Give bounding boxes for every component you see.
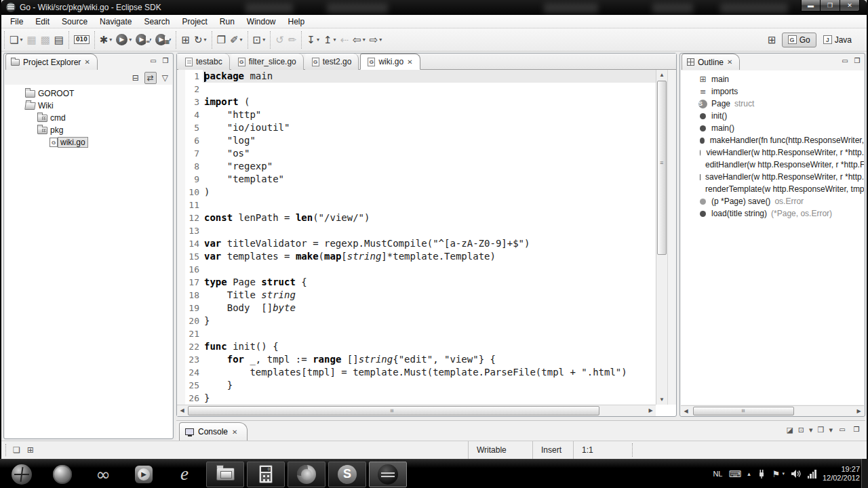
dropdown-icon[interactable]: ▾	[204, 37, 207, 43]
print-button[interactable]: ▤	[52, 33, 66, 47]
binary-file-button[interactable]: 010	[72, 34, 92, 45]
editor-area-icon[interactable]: ⊞	[27, 445, 34, 455]
dropdown-icon[interactable]: ▾	[809, 426, 813, 434]
outline-scrollbar-thumb[interactable]	[693, 407, 794, 415]
start-button[interactable]	[3, 462, 41, 487]
clock[interactable]: 19:27 12/02/2012	[823, 465, 860, 483]
menu-source[interactable]: Source	[56, 16, 94, 28]
power-plug-icon[interactable]	[757, 469, 766, 479]
menu-navigate[interactable]: Navigate	[94, 16, 138, 28]
internet-explorer-taskbar-button[interactable]: e	[165, 462, 203, 487]
horizontal-scrollbar[interactable]: ◀ ▶	[177, 405, 656, 416]
outline-item[interactable]: main()	[681, 122, 864, 134]
minimize-view-icon[interactable]: ▭	[837, 425, 847, 434]
menu-run[interactable]: Run	[214, 16, 241, 28]
open-resource-button[interactable]: ❐	[215, 33, 228, 47]
scroll-left-icon[interactable]: ◀	[177, 405, 187, 416]
tree-item-cmd[interactable]: cmd	[5, 112, 172, 124]
minimize-view-icon[interactable]: ▭	[149, 56, 158, 66]
code-line-3[interactable]: 3import (	[177, 96, 656, 108]
close-icon[interactable]: ✕	[727, 58, 732, 66]
code-line-6[interactable]: 6 "log"	[177, 134, 656, 147]
menu-window[interactable]: Window	[241, 16, 282, 28]
outline-item[interactable]: renderTemplate(w http.ResponseWriter, tm…	[681, 183, 864, 195]
code-line-4[interactable]: 4 "http"	[177, 108, 656, 121]
close-icon[interactable]: ✕	[407, 58, 412, 66]
code-line-25[interactable]: 25 }	[177, 379, 656, 392]
hidden-icons-chevron-icon[interactable]: ▴	[747, 470, 751, 477]
code-line-1[interactable]: 1package main	[177, 70, 656, 83]
code-line-16[interactable]: 16	[177, 263, 656, 276]
pin-console-button[interactable]: ◪	[786, 426, 793, 434]
menu-file[interactable]: File	[4, 16, 29, 28]
perspective-go-button[interactable]: GGo	[782, 33, 816, 47]
code-line-8[interactable]: 8 "regexp"	[177, 160, 656, 173]
refresh-button[interactable]: ↻▾	[192, 33, 209, 47]
code-line-17[interactable]: 17type Page struct {	[177, 276, 656, 289]
dropdown-icon[interactable]: ▾	[109, 37, 112, 43]
dropdown-icon[interactable]: ▾	[334, 37, 336, 43]
code-line-12[interactable]: 12const lenPath = len("/view/")	[177, 211, 656, 224]
display-selected-console-button[interactable]: ⊡	[798, 426, 804, 434]
menu-help[interactable]: Help	[282, 16, 311, 28]
editor-tab-filter_slice-go[interactable]: Gfilter_slice.go	[231, 54, 304, 70]
maximize-view-icon[interactable]: ❐	[852, 425, 861, 434]
code-line-5[interactable]: 5 "io/ioutil"	[177, 121, 656, 134]
tree-item-pkg[interactable]: pkg	[5, 124, 172, 136]
infinity-taskbar-button[interactable]: ∞	[84, 462, 122, 487]
fast-view-icon[interactable]: ❏	[13, 445, 20, 455]
maximize-view-icon[interactable]: ❐	[161, 56, 170, 66]
dropdown-icon[interactable]: ▾	[129, 37, 132, 43]
run-history-button[interactable]: ▶≡▾	[134, 33, 153, 47]
outline-item[interactable]: ⊞main	[681, 73, 864, 85]
vertical-scrollbar[interactable]: ▲ ▼	[656, 70, 667, 405]
restore-button[interactable]: ❐	[821, 0, 840, 12]
close-icon[interactable]: ✕	[84, 58, 90, 66]
skype-taskbar-button[interactable]: S	[328, 462, 366, 487]
code-line-11[interactable]: 11	[177, 199, 656, 211]
title-bar[interactable]: Go - Wiki/src/pkg/wiki.go - Eclipse SDK …	[1, 0, 867, 15]
code-line-26[interactable]: 26}	[177, 392, 656, 405]
open-console-button[interactable]: ❒	[818, 426, 825, 434]
globe-taskbar-button[interactable]	[43, 462, 81, 487]
editor-tab-wiki-go[interactable]: Gwiki.go✕	[360, 54, 420, 70]
dropdown-icon[interactable]: ▾	[317, 37, 319, 43]
code-line-15[interactable]: 15var templates = make(map[string]*templ…	[177, 250, 656, 263]
file-explorer-taskbar-button[interactable]	[206, 462, 244, 487]
link-with-editor-button[interactable]: ⇄	[144, 72, 157, 84]
new-project-button[interactable]: ⊞	[179, 33, 192, 47]
network-signal-icon[interactable]	[808, 470, 816, 479]
editor-tab-test2-go[interactable]: Gtest2.go	[305, 54, 359, 70]
dropdown-icon[interactable]: ▾	[829, 426, 833, 434]
tree-item-goroot[interactable]: GOROOT	[5, 87, 172, 100]
code-line-22[interactable]: 22func init() {	[177, 340, 656, 353]
tab-console[interactable]: Console ✕	[179, 422, 248, 441]
volume-icon[interactable]	[791, 469, 802, 479]
back-button[interactable]: ⇦▾	[351, 33, 368, 47]
dropdown-icon[interactable]: ▾	[363, 37, 366, 43]
tab-outline[interactable]: Outline ✕	[682, 54, 740, 70]
go-into-button[interactable]: ↥▾	[321, 33, 338, 47]
close-icon[interactable]: ✕	[232, 428, 237, 436]
outline-item[interactable]: (p *Page) save() os.Error	[681, 195, 864, 207]
scroll-right-icon[interactable]: ▶	[854, 406, 864, 417]
code-line-20[interactable]: 20}	[177, 314, 656, 327]
view-menu-button[interactable]: ▽	[160, 73, 170, 83]
dropdown-icon[interactable]: ▾	[379, 37, 382, 43]
menu-edit[interactable]: Edit	[29, 16, 56, 28]
dropdown-icon[interactable]: ▾	[262, 37, 265, 43]
toggle-mark-occurrences-button[interactable]: ⊡▾	[251, 33, 268, 47]
code-line-18[interactable]: 18 Title string	[177, 289, 656, 302]
eclipse-taskbar-button[interactable]	[369, 462, 407, 487]
code-editor[interactable]: 1package main23import (4 "http"5 "io/iou…	[177, 70, 656, 405]
open-wand-button[interactable]: ✐▾	[228, 33, 245, 47]
keyboard-icon[interactable]: ⌨	[728, 469, 741, 479]
firefox-taskbar-button[interactable]	[288, 462, 326, 487]
perspective-java-button[interactable]: JJava	[818, 33, 857, 47]
code-line-13[interactable]: 13	[177, 224, 656, 237]
code-line-2[interactable]: 2	[177, 83, 656, 96]
outline-item[interactable]: editHandler(w http.ResponseWriter, r *ht…	[681, 159, 864, 171]
collapse-all-button[interactable]: ⊟	[130, 73, 141, 83]
code-line-24[interactable]: 24 templates[tmpl] = template.Must(templ…	[177, 366, 656, 379]
dropdown-icon[interactable]: ▾	[20, 37, 22, 43]
